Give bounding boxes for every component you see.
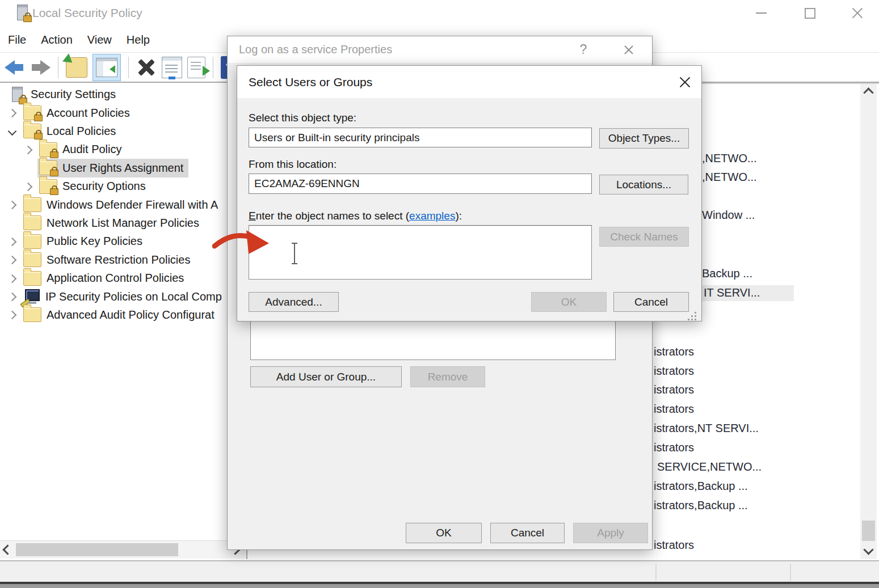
object-names-input[interactable] <box>249 225 592 280</box>
resize-grip[interactable] <box>695 312 696 314</box>
scroll-left-button[interactable] <box>1 541 14 559</box>
location-label: From this location: <box>249 158 337 171</box>
list-row-fragment[interactable]: Window ... <box>702 209 755 222</box>
list-row-fragment[interactable]: istrators,Backup ... <box>654 499 748 512</box>
locations-button[interactable]: Locations... <box>599 175 688 194</box>
accel-letter: E <box>249 210 256 222</box>
select-dialog-title: Select Users or Groups <box>249 75 372 89</box>
select-ok-button: OK <box>531 292 607 312</box>
properties-dialog-title: Log on as a service Properties <box>239 43 392 56</box>
annotation-arrow-icon <box>212 229 271 255</box>
object-names-label: Enter the object names to select (exampl… <box>249 210 462 222</box>
dialog-help-button[interactable]: ? <box>570 36 596 63</box>
horizontal-scrollbar[interactable] <box>0 540 246 559</box>
list-row-fragment[interactable]: istrators <box>654 403 694 416</box>
members-list[interactable] <box>250 318 616 360</box>
text-cursor-icon <box>291 243 298 264</box>
properties-apply-button: Apply <box>573 523 648 543</box>
object-type-label: Select this object type: <box>249 112 356 124</box>
object-type-value: Users or Built-in security principals <box>254 132 419 144</box>
list-row-fragment[interactable]: istrators <box>654 345 694 358</box>
add-user-or-group-button[interactable]: Add User or Group... <box>250 366 402 387</box>
list-row-fragment[interactable]: IT SERVI... <box>700 285 794 301</box>
select-users-or-groups-dialog: Select Users or Groups Select this objec… <box>237 65 702 322</box>
list-row-fragment[interactable]: istrators <box>654 539 694 552</box>
location-field[interactable]: EC2AMAZ-69ENNGN <box>249 174 592 194</box>
object-types-button[interactable]: Object Types... <box>599 128 689 149</box>
list-row-fragment[interactable]: istrators,NT SERVI... <box>654 422 759 435</box>
dialog-close-button[interactable] <box>616 36 642 63</box>
properties-cancel-button[interactable]: Cancel <box>490 523 565 543</box>
list-row-fragment[interactable]: ,NETWO... <box>702 152 757 165</box>
list-row-fragment[interactable]: istrators <box>654 383 694 396</box>
list-row-fragment[interactable]: Backup ... <box>702 267 752 280</box>
list-row-fragment[interactable]: SERVICE,NETWO... <box>657 460 762 473</box>
location-value: EC2AMAZ-69ENNGN <box>254 177 360 190</box>
advanced-button[interactable]: Advanced... <box>249 292 339 312</box>
close-icon <box>678 75 692 89</box>
label-text: nter the object names to select ( <box>256 210 409 222</box>
list-row-fragment[interactable]: istrators <box>654 441 694 454</box>
horizontal-scrollbar-thumb[interactable] <box>16 543 178 556</box>
chevron-left-icon <box>2 544 12 555</box>
list-row-fragment[interactable]: istrators,Backup ... <box>654 480 748 493</box>
check-names-button: Check Names <box>599 227 689 247</box>
object-type-field[interactable]: Users or Built-in security principals <box>249 128 592 147</box>
list-row-fragment[interactable]: ,NETWO... <box>702 171 757 184</box>
close-icon <box>623 44 634 56</box>
remove-button: Remove <box>410 366 485 387</box>
select-cancel-button[interactable]: Cancel <box>613 292 689 312</box>
label-close: ): <box>455 210 462 222</box>
local-security-policy-window: Local Security Policy File Action View H… <box>0 0 879 588</box>
examples-link[interactable]: examples <box>409 210 455 222</box>
select-dialog-close-button[interactable] <box>672 70 698 94</box>
select-dialog-title-bar[interactable]: Select Users or Groups <box>237 66 701 98</box>
list-row-fragment[interactable]: istrators <box>654 365 694 378</box>
properties-ok-button[interactable]: OK <box>406 523 482 543</box>
